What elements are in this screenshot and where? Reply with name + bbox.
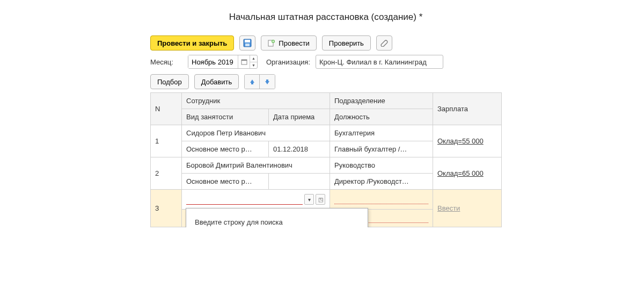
submit-icon xyxy=(268,39,275,47)
submit-button[interactable]: Провести xyxy=(261,35,317,51)
org-field[interactable]: Крон-Ц. Филиал в г. Калининград xyxy=(316,55,443,69)
cell-emp-type: Основное место р… xyxy=(182,141,269,157)
cell-hire-date: 01.12.2018 xyxy=(269,141,330,157)
check-button[interactable]: Проверить xyxy=(322,35,371,51)
arrow-down-icon xyxy=(264,78,270,85)
save-button[interactable] xyxy=(239,35,255,51)
popup-hint-1: Введите строку для поиска xyxy=(195,216,359,227)
col-hire-date: Дата приема xyxy=(269,109,330,125)
calendar-icon[interactable] xyxy=(238,55,250,68)
cell-employee: Сидоров Петр Иванович xyxy=(182,125,330,141)
employee-lookup[interactable]: ▾ ◳ Введите строку для поиска Нажмите По… xyxy=(186,193,325,205)
main-toolbar: Провести и закрыть Провести Проверить xyxy=(150,35,501,51)
chevron-down-icon: ▾ xyxy=(308,197,311,203)
move-down-button[interactable] xyxy=(260,75,275,89)
open-icon: ◳ xyxy=(318,197,323,203)
cell-department: Бухгалтерия xyxy=(330,125,433,141)
cell-employee: Боровой Дмитрий Валентинович xyxy=(182,157,330,174)
cell-n: 3 xyxy=(151,190,182,227)
month-label: Месяц: xyxy=(150,58,182,66)
table-row[interactable]: 1 Сидоров Петр Иванович Бухгалтерия Окла… xyxy=(151,125,502,141)
svg-rect-6 xyxy=(241,60,247,61)
cell-position: Директор /Руководст… xyxy=(330,174,433,190)
form-row: Месяц: ▲ ▼ Организация: Крон-Ц. Филиал в… xyxy=(150,55,501,69)
org-label: Организация: xyxy=(266,58,310,66)
spinner-up-icon[interactable]: ▲ xyxy=(250,55,257,62)
page-title: Начальная штатная расстановка (создание)… xyxy=(150,12,501,23)
col-department: Подразделение xyxy=(330,93,433,109)
add-button[interactable]: Добавить xyxy=(194,74,239,89)
svg-rect-1 xyxy=(245,40,250,42)
data-grid: N Сотрудник Подразделение Зарплата Вид з… xyxy=(150,92,502,227)
move-buttons xyxy=(244,74,275,89)
lookup-popup: Введите строку для поиска Нажмите Показа… xyxy=(186,208,368,227)
table-row[interactable]: 2 Боровой Дмитрий Валентинович Руководст… xyxy=(151,157,502,174)
month-spinner[interactable]: ▲ ▼ xyxy=(250,55,257,68)
table-row-new[interactable]: 3 ▾ ◳ Введите строку для поиска xyxy=(151,190,502,210)
spinner-down-icon[interactable]: ▼ xyxy=(250,62,257,69)
col-emp-type: Вид занятости xyxy=(182,109,269,125)
col-n: N xyxy=(151,93,182,125)
submit-close-button[interactable]: Провести и закрыть xyxy=(150,35,234,51)
open-dialog-button[interactable]: ◳ xyxy=(316,194,325,205)
cell-hire-date xyxy=(269,174,330,190)
cell-salary[interactable]: Оклад=65 000 xyxy=(433,157,502,190)
cell-emp-type: Основное место р… xyxy=(182,174,269,190)
employee-lookup-input[interactable] xyxy=(186,194,303,205)
arrow-up-icon xyxy=(249,78,255,85)
col-employee: Сотрудник xyxy=(182,93,330,109)
col-position: Должность xyxy=(330,109,433,125)
cell-salary[interactable]: Оклад=55 000 xyxy=(433,125,502,157)
month-field[interactable]: ▲ ▼ xyxy=(188,55,258,69)
cell-department[interactable] xyxy=(330,190,433,210)
pick-button[interactable]: Подбор xyxy=(150,74,189,89)
cell-position: Главный бухгалтер /… xyxy=(330,141,433,157)
grid-toolbar: Подбор Добавить xyxy=(150,74,501,89)
cell-salary[interactable]: Ввести xyxy=(433,190,502,227)
dropdown-button[interactable]: ▾ xyxy=(304,194,314,205)
month-input[interactable] xyxy=(188,55,238,68)
move-up-button[interactable] xyxy=(245,75,260,89)
attach-button[interactable] xyxy=(376,35,392,51)
paperclip-icon xyxy=(380,39,388,47)
submit-label: Провести xyxy=(279,39,310,47)
cell-department: Руководство xyxy=(330,157,433,174)
svg-rect-2 xyxy=(245,44,250,46)
save-icon xyxy=(243,39,252,47)
col-salary: Зарплата xyxy=(433,93,502,125)
cell-n: 1 xyxy=(151,125,182,157)
cell-n: 2 xyxy=(151,157,182,190)
